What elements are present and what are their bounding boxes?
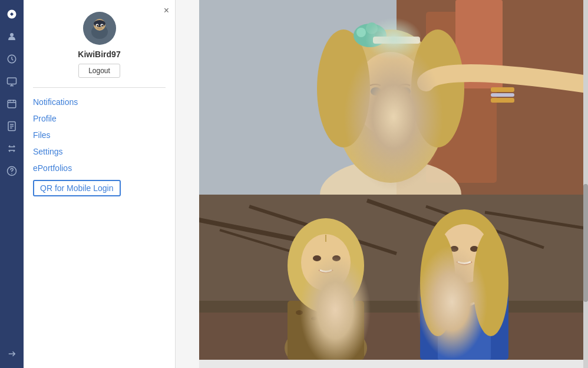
svg-point-33 (388, 101, 394, 105)
svg-point-32 (400, 87, 411, 96)
svg-point-49 (311, 317, 317, 320)
svg-rect-37 (199, 195, 588, 360)
dropdown-panel: × KiwiBird97 Logout Notifications Profil… (24, 0, 176, 368)
sidebar (0, 0, 24, 368)
logout-button[interactable]: Logout (78, 64, 120, 78)
svg-point-14 (97, 25, 98, 27)
svg-line-44 (426, 206, 544, 248)
svg-point-21 (320, 159, 461, 195)
svg-point-51 (338, 292, 355, 316)
svg-point-62 (438, 224, 490, 283)
help-icon[interactable] (2, 162, 21, 180)
svg-rect-35 (491, 93, 514, 97)
settings-link[interactable]: Settings (33, 147, 166, 156)
svg-rect-58 (438, 295, 491, 360)
svg-rect-30 (373, 37, 420, 44)
svg-point-64 (470, 246, 478, 252)
svg-rect-20 (455, 0, 503, 88)
svg-point-7 (11, 173, 12, 175)
svg-rect-47 (288, 301, 364, 360)
svg-point-22 (335, 29, 447, 183)
svg-line-40 (249, 206, 397, 254)
svg-line-39 (199, 218, 308, 242)
qr-login-button[interactable]: QR for Mobile Login (33, 180, 121, 196)
menu-links: Notifications Profile Files Settings ePo… (33, 97, 166, 196)
clock-icon[interactable] (2, 50, 21, 68)
user-profile-icon[interactable] (2, 27, 21, 46)
monitor-icon[interactable] (2, 72, 21, 91)
document-icon[interactable] (2, 117, 21, 136)
svg-point-25 (411, 29, 464, 147)
files-link[interactable]: Files (33, 130, 166, 140)
svg-rect-45 (199, 313, 588, 360)
svg-point-1 (10, 33, 14, 37)
svg-point-66 (473, 230, 508, 336)
svg-rect-19 (426, 12, 497, 183)
scrollbar-track (583, 0, 588, 368)
svg-point-50 (322, 307, 329, 312)
svg-point-63 (450, 246, 458, 252)
svg-point-53 (301, 234, 351, 291)
avatar (83, 12, 116, 45)
svg-rect-17 (199, 0, 397, 195)
svg-line-42 (485, 212, 588, 230)
svg-point-23 (354, 52, 427, 137)
calendar-icon[interactable] (2, 94, 21, 113)
svg-point-27 (356, 28, 366, 37)
transfer-icon[interactable] (2, 139, 21, 158)
close-button[interactable]: × (164, 6, 169, 15)
username-label: KiwiBird97 (78, 50, 120, 59)
scrollbar-thumb[interactable] (583, 184, 588, 302)
svg-rect-34 (491, 87, 514, 92)
svg-point-31 (371, 87, 381, 96)
app-logo-icon[interactable] (2, 5, 21, 24)
main-content (199, 0, 588, 368)
eportfolios-link[interactable]: ePortfolios (33, 163, 166, 173)
svg-point-55 (332, 255, 341, 261)
expand-icon[interactable] (2, 344, 21, 363)
svg-point-61 (426, 209, 503, 304)
svg-rect-36 (491, 98, 514, 103)
photo-two-women (199, 195, 588, 360)
svg-point-65 (420, 230, 455, 336)
svg-line-43 (220, 230, 338, 265)
svg-point-60 (461, 297, 467, 303)
svg-point-24 (317, 29, 370, 147)
photo-container (199, 0, 588, 360)
svg-point-15 (101, 25, 103, 27)
svg-point-54 (313, 255, 321, 261)
svg-point-29 (375, 31, 383, 40)
photo-girl-headband (199, 0, 588, 195)
svg-point-46 (285, 324, 367, 360)
svg-point-11 (94, 20, 105, 27)
svg-rect-3 (8, 78, 16, 84)
user-section: KiwiBird97 Logout (33, 12, 166, 88)
svg-point-28 (366, 22, 378, 34)
svg-point-59 (450, 289, 479, 307)
profile-link[interactable]: Profile (33, 114, 166, 123)
svg-rect-18 (397, 0, 588, 195)
svg-rect-16 (199, 0, 588, 195)
svg-point-48 (296, 310, 303, 315)
svg-rect-57 (420, 295, 508, 360)
svg-point-52 (288, 218, 364, 313)
svg-rect-4 (8, 100, 16, 108)
svg-rect-38 (199, 195, 588, 301)
svg-line-41 (367, 201, 485, 242)
notifications-link[interactable]: Notifications (33, 97, 166, 107)
svg-point-26 (354, 24, 387, 47)
